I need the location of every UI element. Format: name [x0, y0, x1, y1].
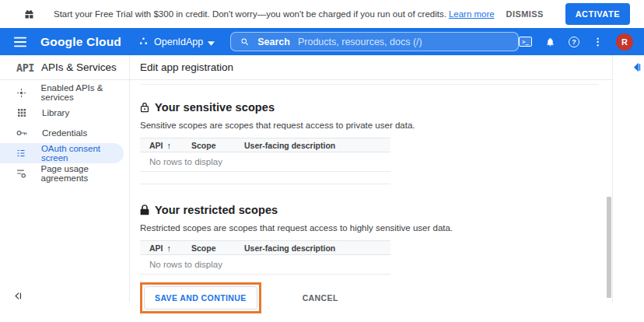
table-header-row: API↑ Scope User-facing description [140, 138, 390, 152]
empty-table-message: No rows to display [140, 152, 390, 172]
search-label: Search [257, 37, 290, 47]
column-label: API [149, 243, 163, 253]
collapse-panel-icon[interactable] [632, 63, 641, 72]
grid-icon [16, 108, 28, 117]
column-label: User-facing description [244, 243, 335, 253]
table-footer-row [140, 172, 390, 184]
sidebar-item-library[interactable]: Library [0, 103, 129, 123]
cancel-button[interactable]: CANCEL [303, 293, 338, 303]
sidebar-item-label: Enabled APIs & services [41, 83, 130, 102]
app-header: Google Cloud OpenIdApp Search Products, … [0, 28, 644, 55]
section-description: Sensitive scopes are scopes that request… [140, 121, 612, 130]
more-options-icon[interactable]: ⋮ [593, 36, 603, 47]
sidebar-item-credentials[interactable]: Credentials [0, 123, 129, 143]
restricted-scopes-section-heading: Your restricted scopes [140, 204, 612, 216]
sidebar-item-enabled-apis[interactable]: Enabled APIs & services [0, 82, 129, 103]
google-cloud-logo[interactable]: Google Cloud [40, 35, 121, 49]
restricted-scopes-table: API↑ Scope User-facing description No ro… [140, 240, 390, 275]
account-avatar[interactable]: R [616, 33, 633, 51]
api-logo: API [16, 61, 34, 74]
lock-outline-icon [140, 102, 149, 113]
empty-table-message: No rows to display [140, 255, 390, 275]
table-row: No rows to display [140, 255, 390, 275]
sidebar-item-label: Page usage agreements [41, 164, 130, 183]
lock-filled-icon [140, 205, 149, 215]
project-selector[interactable]: OpenIdApp [138, 35, 215, 49]
search-input[interactable]: Search Products, resources, docs (/) [230, 32, 519, 51]
cloud-shell-icon[interactable]: >_ [519, 37, 532, 47]
search-icon [240, 37, 250, 47]
sidebar-item-label: OAuth consent screen [41, 144, 124, 163]
sidebar-header: API APIs & Services [0, 55, 129, 80]
notifications-bell-icon[interactable] [545, 37, 555, 47]
compass-icon [16, 88, 27, 98]
sidebar-nav: Enabled APIs & services Library Credenti… [0, 80, 129, 184]
table-row: No rows to display [140, 152, 390, 172]
collapse-sidebar-icon[interactable] [13, 292, 22, 300]
logo-text: Google Cloud [40, 35, 121, 48]
column-header-api[interactable]: API↑ [140, 138, 191, 152]
gift-icon [23, 9, 35, 20]
chevron-down-icon [208, 35, 215, 49]
page-header: Edit app registration [130, 55, 612, 80]
section-title: Your restricted scopes [155, 204, 278, 216]
page-title: Edit app registration [140, 61, 233, 73]
main-panel: Edit app registration Your sensitive sco… [130, 55, 613, 302]
list-gear-icon [16, 169, 27, 178]
project-name: OpenIdApp [154, 37, 203, 47]
table-footer [140, 172, 390, 184]
form-actions: SAVE AND CONTINUE CANCEL [140, 282, 612, 313]
free-trial-banner: Start your Free Trial with $300 in credi… [0, 0, 644, 28]
menu-icon[interactable] [14, 37, 26, 47]
header-icons: >_ ? ⋮ R [519, 33, 633, 51]
column-header-scope[interactable]: Scope [191, 138, 244, 152]
annotation-highlight-box: SAVE AND CONTINUE [140, 282, 261, 313]
consent-list-icon [16, 149, 27, 158]
column-label: Scope [191, 141, 216, 150]
sidebar-item-label: Credentials [42, 128, 87, 138]
banner-text: Start your Free Trial with $300 in credi… [54, 9, 446, 19]
sidebar-item-page-usage-agreements[interactable]: Page usage agreements [0, 163, 129, 184]
sidebar-title: APIs & Services [41, 61, 117, 73]
activate-button[interactable]: ACTIVATE [565, 3, 630, 25]
column-header-api[interactable]: API↑ [140, 241, 191, 255]
section-title: Your sensitive scopes [155, 101, 275, 114]
column-label: User-facing description [244, 141, 335, 150]
banner-message: Start your Free Trial with $300 in credi… [54, 9, 495, 19]
help-icon[interactable]: ? [569, 37, 579, 47]
divider [140, 84, 599, 85]
project-icon [138, 37, 149, 47]
sort-ascending-icon: ↑ [167, 141, 172, 150]
save-and-continue-button[interactable]: SAVE AND CONTINUE [144, 286, 257, 310]
learn-more-link[interactable]: Learn more [449, 9, 495, 19]
column-header-description[interactable]: User-facing description [244, 138, 390, 152]
page-content: Your sensitive scopes Sensitive scopes a… [130, 84, 612, 313]
app-body: API APIs & Services Enabled APIs & servi… [0, 55, 644, 302]
column-header-description[interactable]: User-facing description [244, 241, 390, 255]
sidebar: API APIs & Services Enabled APIs & servi… [0, 55, 130, 302]
column-label: Scope [191, 243, 216, 253]
table-header-row: API↑ Scope User-facing description [140, 241, 390, 255]
sidebar-item-oauth-consent-screen[interactable]: OAuth consent screen [0, 143, 124, 163]
column-header-scope[interactable]: Scope [191, 241, 244, 255]
column-label: API [149, 141, 163, 150]
sort-ascending-icon: ↑ [167, 243, 172, 253]
search-placeholder: Products, resources, docs (/) [298, 37, 422, 47]
key-icon [16, 129, 28, 137]
right-gutter [613, 55, 644, 302]
sensitive-scopes-table: API↑ Scope User-facing description No ro… [140, 138, 390, 184]
sidebar-item-label: Library [42, 108, 69, 117]
vertical-scrollbar[interactable] [607, 197, 611, 298]
dismiss-button[interactable]: DISMISS [506, 9, 544, 19]
sensitive-scopes-section-heading: Your sensitive scopes [140, 101, 612, 114]
section-description: Restricted scopes are scopes that reques… [140, 223, 612, 233]
